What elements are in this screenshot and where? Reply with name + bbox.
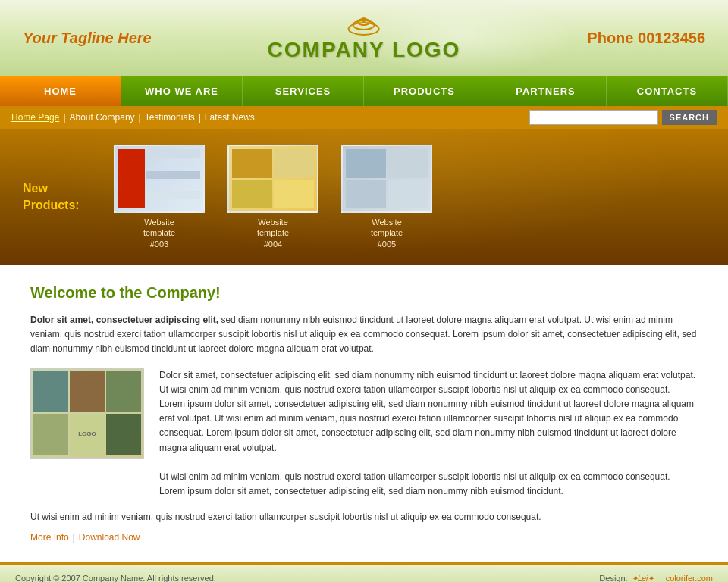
- design-credit: Design: ✦Lei✦ colorifer.com: [599, 573, 713, 582]
- breadcrumb-home[interactable]: Home Page: [11, 112, 59, 123]
- breadcrumb-news[interactable]: Latest News: [205, 112, 255, 123]
- img-cell-logo: LOGO: [70, 414, 105, 455]
- nav-home[interactable]: HOME: [0, 76, 121, 106]
- product-card-3[interactable]: Websitetemplate#005: [341, 145, 432, 249]
- tagline: Your Tagline Here: [23, 30, 152, 47]
- nav-services[interactable]: SERVICES: [243, 76, 364, 106]
- footer: Copyright © 2007 Company Name. All right…: [0, 564, 728, 582]
- product-label-1: Websitetemplate#003: [143, 217, 175, 249]
- logo-icon: [345, 14, 383, 36]
- nav-products[interactable]: PRODUCTS: [364, 76, 485, 106]
- more-info-link[interactable]: More Info: [30, 532, 69, 543]
- intro-bold: Dolor sit amet, consectetuer adipiscing …: [30, 314, 218, 325]
- phone-text: Phone 00123456: [587, 30, 705, 47]
- breadcrumb-testimonials[interactable]: Testimonials: [145, 112, 195, 123]
- product-card-2[interactable]: Websitetemplate#004: [228, 145, 318, 249]
- nav-partners[interactable]: PARTNERS: [485, 76, 607, 106]
- design-logo-icon: ✦Lei✦: [632, 573, 662, 582]
- search-input[interactable]: [529, 110, 658, 125]
- download-link[interactable]: Download Now: [79, 532, 140, 543]
- body-text: Dolor sit amet, consectetuer adipiscing …: [159, 368, 698, 499]
- product-thumb-1: [114, 145, 205, 213]
- content-image: LOGO: [30, 368, 144, 459]
- links-row: More Info | Download Now: [30, 532, 698, 543]
- svg-text:✦Lei✦: ✦Lei✦: [632, 574, 654, 582]
- main-content: Welcome to the Company! Dolor sit amet, …: [0, 265, 728, 564]
- product-label-3: Websitetemplate#005: [371, 217, 403, 249]
- product-card-1[interactable]: Websitetemplate#003: [114, 145, 205, 249]
- intro-paragraph: Dolor sit amet, consectetuer adipiscing …: [30, 313, 698, 357]
- breadcrumb-bar: Home Page | About Company | Testimonials…: [0, 106, 728, 129]
- breadcrumb-about[interactable]: About Company: [70, 112, 135, 123]
- img-cell-4: [33, 414, 68, 455]
- img-cell-3: [106, 371, 141, 412]
- breadcrumb: Home Page | About Company | Testimonials…: [11, 112, 255, 123]
- nav-contacts[interactable]: CONTACTS: [607, 76, 728, 106]
- product-thumb-3: [341, 145, 432, 213]
- navigation: HOME WHO WE ARE SERVICES PRODUCTS PARTNE…: [0, 76, 728, 106]
- img-cell-6: [106, 414, 141, 455]
- search-area: SEARCH: [529, 110, 717, 125]
- search-button[interactable]: SEARCH: [662, 110, 717, 125]
- link-separator: |: [73, 532, 75, 543]
- new-products-label: NewProducts:: [23, 180, 91, 214]
- copyright: Copyright © 2007 Company Name. All right…: [15, 574, 216, 582]
- logo-center: COMPANY LOGO: [268, 14, 461, 62]
- product-thumb-2: [228, 145, 318, 213]
- header: Your Tagline Here COMPANY LOGO Phone 001…: [0, 0, 728, 76]
- img-cell-1: [33, 371, 68, 412]
- design-link[interactable]: colorifer.com: [666, 574, 713, 582]
- svg-point-3: [362, 17, 366, 22]
- welcome-title: Welcome to the Company!: [30, 284, 698, 302]
- products-area: NewProducts: Websitetemplate#003 Website…: [0, 129, 728, 265]
- img-cell-2: [70, 371, 105, 412]
- product-label-2: Websitetemplate#004: [257, 217, 289, 249]
- bottom-text: Ut wisi enim ad minim veniam, quis nostr…: [30, 510, 698, 524]
- content-block: LOGO Dolor sit amet, consectetuer adipis…: [30, 368, 698, 499]
- logo-text: COMPANY LOGO: [268, 38, 461, 62]
- design-label: Design:: [599, 574, 627, 582]
- nav-who-we-are[interactable]: WHO WE ARE: [121, 76, 243, 106]
